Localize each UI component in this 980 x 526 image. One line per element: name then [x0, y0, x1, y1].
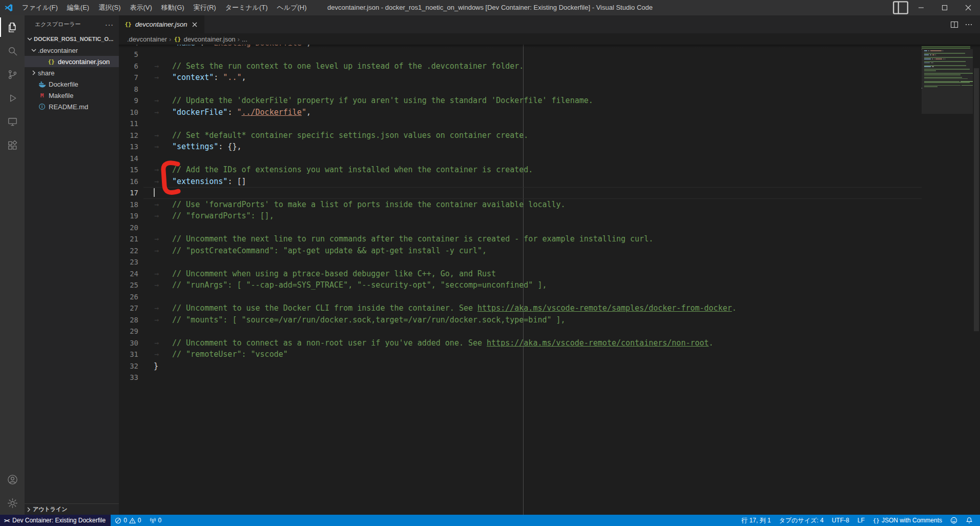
code-line[interactable]: 6// Sets the run context to one level up… — [119, 60, 922, 72]
code-line[interactable]: 4"name": "Existing Dockerfile", — [119, 45, 922, 49]
tree-item-devcontainer-json[interactable]: devcontainer.json — [25, 56, 119, 67]
menu-item[interactable]: 移動(G) — [157, 0, 189, 15]
code-line[interactable]: 12// Set *default* container specific se… — [119, 130, 922, 141]
layout-icon[interactable] — [892, 0, 909, 15]
menu-item[interactable]: 表示(V) — [126, 0, 157, 15]
status-language-mode[interactable]: {}JSON with Comments — [869, 515, 946, 526]
line-number[interactable]: 33 — [119, 372, 143, 383]
code-line[interactable]: 32} — [119, 360, 922, 372]
problems-indicator[interactable]: 0 0 — [111, 515, 145, 526]
remote-explorer-icon[interactable] — [0, 110, 25, 133]
line-number[interactable]: 17 — [119, 187, 143, 199]
split-editor-icon[interactable] — [950, 21, 958, 29]
code-line[interactable]: 16"extensions": [] — [119, 176, 922, 188]
code-line[interactable]: 18// Use 'forwardPorts' to make a list o… — [119, 199, 922, 211]
code-line[interactable]: 33 — [119, 372, 922, 383]
line-number[interactable]: 20 — [119, 222, 143, 234]
source-control-icon[interactable] — [0, 63, 25, 86]
explorer-section-header[interactable]: DOCKER_ROS1_NOETIC_O... — [25, 33, 119, 45]
vertical-scrollbar[interactable] — [974, 68, 979, 331]
code-line[interactable]: 17 — [119, 187, 922, 199]
line-number[interactable]: 28 — [119, 314, 143, 326]
status-cursor-position[interactable]: 行 17, 列 1 — [737, 515, 775, 526]
status-tab-size[interactable]: タブのサイズ: 4 — [775, 515, 828, 526]
line-number[interactable]: 15 — [119, 164, 143, 176]
code-line[interactable]: 19// "forwardPorts": [], — [119, 210, 922, 222]
line-number[interactable]: 4 — [119, 45, 143, 49]
code-line[interactable]: 8 — [119, 84, 922, 95]
line-number[interactable]: 5 — [119, 49, 143, 60]
line-number[interactable]: 30 — [119, 337, 143, 349]
line-number[interactable]: 18 — [119, 199, 143, 211]
line-number[interactable]: 7 — [119, 72, 143, 84]
code-line[interactable]: 9// Update the 'dockerFile' property if … — [119, 95, 922, 107]
line-number[interactable]: 10 — [119, 107, 143, 118]
code-line[interactable]: 5 — [119, 49, 922, 60]
line-number[interactable]: 9 — [119, 95, 143, 107]
line-number[interactable]: 16 — [119, 176, 143, 188]
account-icon[interactable] — [0, 468, 25, 491]
code-line[interactable]: 30// Uncomment to connect as a non-root … — [119, 337, 922, 349]
code-editor[interactable]: 1// For format details, see https://aka.… — [119, 45, 980, 515]
close-window-button[interactable] — [956, 0, 980, 15]
code-line[interactable]: 23 — [119, 256, 922, 268]
line-number[interactable]: 27 — [119, 302, 143, 314]
breadcrumb-item[interactable]: devcontainer.json — [173, 35, 235, 43]
line-number[interactable]: 32 — [119, 360, 143, 372]
menu-item[interactable]: ヘルプ(H) — [273, 0, 311, 15]
tree-item-makefile[interactable]: Makefile — [25, 90, 119, 101]
code-line[interactable]: 10"dockerFile": "../Dockerfile", — [119, 107, 922, 118]
feedback-smiley-icon[interactable] — [946, 515, 962, 526]
code-line[interactable]: 13"settings": {}, — [119, 141, 922, 153]
run-debug-icon[interactable] — [0, 86, 25, 110]
sidebar-more-actions-icon[interactable]: ··· — [105, 21, 114, 29]
tree-item-devcontainer[interactable]: .devcontainer — [25, 45, 119, 56]
code-line[interactable]: 7"context": "..", — [119, 72, 922, 84]
menu-item[interactable]: ファイル(F) — [17, 0, 62, 15]
breadcrumb-item[interactable]: ... — [242, 35, 247, 43]
menu-item[interactable]: ターミナル(T) — [221, 0, 273, 15]
minimize-button[interactable] — [909, 0, 933, 15]
code-line[interactable]: 20 — [119, 222, 922, 234]
code-line[interactable]: 21// Uncomment the next line to run comm… — [119, 233, 922, 245]
code-line[interactable]: 24// Uncomment when using a ptrace-based… — [119, 268, 922, 280]
code-line[interactable]: 29 — [119, 326, 922, 337]
ports-indicator[interactable]: 0 — [145, 515, 166, 526]
minimap[interactable] — [922, 45, 973, 515]
menu-item[interactable]: 実行(R) — [189, 0, 221, 15]
maximize-button[interactable] — [933, 0, 956, 15]
line-number[interactable]: 14 — [119, 153, 143, 165]
tree-item-share[interactable]: share — [25, 67, 119, 78]
menu-item[interactable]: 編集(E) — [62, 0, 94, 15]
line-number[interactable]: 22 — [119, 245, 143, 257]
line-number[interactable]: 24 — [119, 268, 143, 280]
outline-section-header[interactable]: アウトライン — [25, 503, 119, 515]
tree-item-readme-md[interactable]: README.md — [25, 101, 119, 112]
tree-item-dockerfile[interactable]: Dockerfile — [25, 78, 119, 90]
status-eol[interactable]: LF — [853, 515, 869, 526]
line-number[interactable]: 12 — [119, 130, 143, 141]
code-line[interactable]: 28// "mounts": [ "source=/var/run/docker… — [119, 314, 922, 326]
remote-indicator[interactable]: >< Dev Container: Existing Dockerfile — [0, 515, 111, 526]
code-line[interactable]: 15// Add the IDs of extensions you want … — [119, 164, 922, 176]
settings-gear-icon[interactable] — [0, 491, 25, 515]
explorer-icon[interactable] — [0, 15, 25, 39]
line-number[interactable]: 11 — [119, 118, 143, 130]
code-line[interactable]: 14 — [119, 153, 922, 165]
line-number[interactable]: 31 — [119, 349, 143, 360]
code-line[interactable]: 22// "postCreateCommand": "apt-get updat… — [119, 245, 922, 257]
line-number[interactable]: 25 — [119, 279, 143, 291]
tab-devcontainer-json[interactable]: devcontainer.json — [119, 15, 204, 33]
line-number[interactable]: 21 — [119, 233, 143, 245]
line-number[interactable]: 13 — [119, 141, 143, 153]
minimap-slider[interactable] — [922, 49, 973, 114]
line-number[interactable]: 29 — [119, 326, 143, 337]
code-line[interactable]: 11 — [119, 118, 922, 130]
search-icon[interactable] — [0, 39, 25, 63]
code-line[interactable]: 31// "remoteUser": "vscode" — [119, 349, 922, 360]
line-number[interactable]: 6 — [119, 60, 143, 72]
line-number[interactable]: 19 — [119, 210, 143, 222]
close-tab-icon[interactable] — [190, 20, 199, 29]
extensions-icon[interactable] — [0, 133, 25, 157]
line-number[interactable]: 8 — [119, 84, 143, 95]
